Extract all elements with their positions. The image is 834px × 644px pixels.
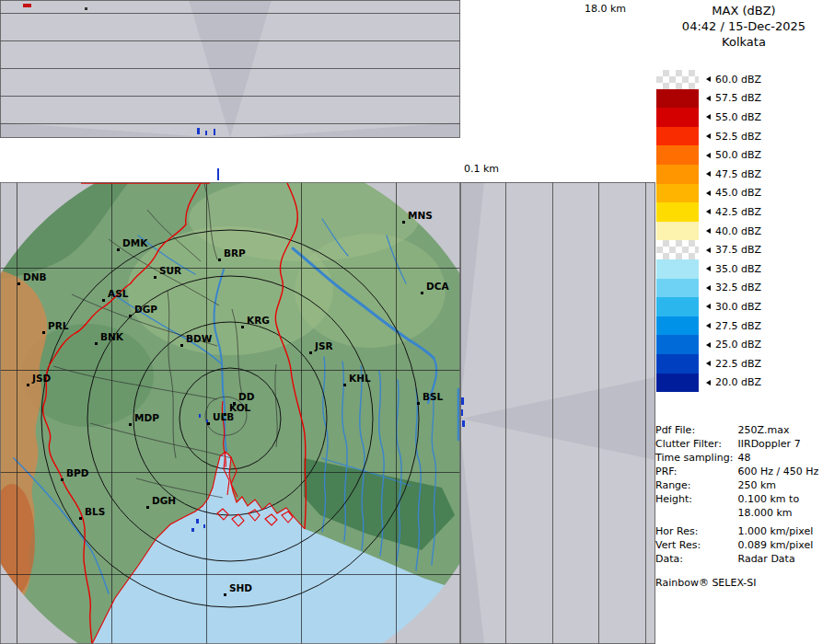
- legend-swatch: [656, 127, 699, 146]
- legend-row: 32.5 dBZ: [656, 279, 761, 298]
- city-dot-icon: [117, 248, 120, 251]
- legend-label: 35.0 dBZ: [715, 263, 761, 275]
- height-max-label: 18.0 km: [585, 3, 626, 15]
- legend-tick-icon: [706, 96, 711, 101]
- city-dot-icon: [309, 351, 312, 354]
- legend-swatch: [656, 335, 699, 354]
- city-label: BDW: [186, 333, 212, 344]
- city-label: KRG: [247, 315, 270, 326]
- city-dot-icon: [146, 506, 149, 509]
- product-datetime: 04:42 / 15-Dec-2025: [655, 18, 832, 34]
- legend-label: 57.5 dBZ: [715, 92, 761, 104]
- legend-label: 20.0 dBZ: [715, 376, 761, 388]
- city-label: JSR: [315, 340, 333, 351]
- right-cross-section-panel: [460, 182, 655, 644]
- city-label: DD: [238, 391, 254, 402]
- metadata-row: Vert Res: 0.089 km/pixel: [655, 539, 813, 551]
- legend-label: 32.5 dBZ: [715, 282, 761, 293]
- city-label: DCA: [426, 281, 449, 292]
- legend-tick-icon: [706, 361, 711, 366]
- metadata-value: 0.089 km/pixel: [738, 539, 814, 551]
- metadata-value: 18.000 km: [738, 507, 793, 519]
- legend-swatch: [656, 145, 699, 165]
- product-title: MAX (dBZ): [655, 3, 832, 18]
- dbz-color-legend: 60.0 dBZ 57.5 dBZ 55.0 dBZ 52.5 dBZ 50.0…: [656, 70, 761, 392]
- metadata-key: Hor Res:: [655, 525, 735, 537]
- legend-row: 22.5 dBZ: [656, 354, 761, 374]
- legend-row: 25.0 dBZ: [656, 335, 761, 354]
- legend-swatch: [656, 222, 699, 241]
- legend-tick-icon: [706, 171, 711, 177]
- legend-tick-icon: [706, 76, 711, 82]
- city-dot-icon: [421, 292, 423, 294]
- metadata-key: Data:: [655, 553, 735, 565]
- metadata-key: Pdf File:: [655, 424, 735, 436]
- legend-label: 22.5 dBZ: [715, 358, 761, 370]
- legend-label: 55.0 dBZ: [715, 111, 761, 123]
- metadata-value: 0.100 km to: [738, 493, 800, 505]
- legend-tick-icon: [706, 380, 711, 385]
- legend-row: 47.5 dBZ: [656, 165, 761, 184]
- metadata-value: 600 Hz / 450 Hz: [738, 466, 819, 477]
- legend-tick-icon: [706, 133, 711, 139]
- metadata-key: Height:: [655, 493, 735, 505]
- metadata-value: 48: [738, 452, 751, 464]
- city-label: ASL: [108, 288, 128, 299]
- legend-row: 27.5 dBZ: [656, 316, 761, 336]
- legend-swatch: [656, 354, 699, 374]
- city-dot-icon: [180, 344, 183, 347]
- metadata-value: 250Z.max: [738, 424, 790, 436]
- legend-tick-icon: [706, 266, 711, 271]
- legend-swatch: [656, 259, 699, 279]
- legend-label: 60.0 dBZ: [715, 74, 761, 86]
- legend-label: 45.0 dBZ: [715, 187, 761, 199]
- legend-tick-icon: [706, 342, 711, 348]
- city-dot-icon: [102, 299, 105, 302]
- city-label: DGH: [152, 495, 176, 506]
- city-label: MNS: [408, 210, 433, 221]
- legend-tick-icon: [706, 153, 711, 158]
- legend-label: 27.5 dBZ: [715, 320, 761, 332]
- legend-swatch: [656, 184, 699, 203]
- city-dot-icon: [241, 326, 244, 328]
- legend-tick-icon: [706, 114, 711, 120]
- legend-swatch: [656, 279, 699, 298]
- legend-tick-icon: [706, 228, 711, 234]
- metadata-key: Range:: [655, 479, 735, 491]
- legend-tick-icon: [706, 190, 711, 196]
- legend-label: 25.0 dBZ: [715, 339, 761, 351]
- title-block: MAX (dBZ) 04:42 / 15-Dec-2025 Kolkata: [655, 3, 832, 50]
- city-label: ULB: [213, 411, 234, 422]
- city-dot-icon: [417, 402, 420, 405]
- legend-swatch: [656, 89, 699, 109]
- legend-tick-icon: [706, 247, 711, 253]
- legend-tick-icon: [706, 209, 711, 214]
- legend-row: 52.5 dBZ: [656, 127, 761, 146]
- echo-top-marker: [217, 168, 219, 180]
- legend-label: 40.0 dBZ: [715, 225, 761, 237]
- legend-row: 50.0 dBZ: [656, 145, 761, 165]
- metadata-key: PRF:: [655, 466, 735, 477]
- metadata-key: Vert Res:: [655, 539, 735, 551]
- legend-swatch: [656, 202, 699, 222]
- city-dot-icon: [95, 342, 98, 345]
- city-label: MDP: [134, 412, 159, 423]
- metadata-row: Pdf File: 250Z.max: [655, 424, 790, 436]
- metadata-row: 18.000 km: [655, 507, 793, 519]
- city-label: BPD: [66, 467, 88, 478]
- metadata-key: Clutter Filter:: [655, 438, 735, 450]
- city-dot-icon: [27, 384, 29, 386]
- city-label: DMK: [122, 237, 147, 248]
- city-label: BSL: [423, 391, 443, 402]
- city-label: BNK: [100, 331, 123, 342]
- legend-swatch: [656, 297, 699, 316]
- metadata-value: Radar Data: [738, 553, 795, 565]
- city-label: SUR: [159, 265, 181, 276]
- metadata-row: Range: 250 km: [655, 479, 776, 491]
- metadata-row: Height: 0.100 km to: [655, 493, 799, 505]
- city-dot-icon: [42, 331, 45, 334]
- legend-row: 42.5 dBZ: [656, 202, 761, 222]
- legend-label: 30.0 dBZ: [715, 301, 761, 313]
- city-dot-icon: [402, 221, 405, 224]
- legend-row: 60.0 dBZ: [656, 70, 761, 89]
